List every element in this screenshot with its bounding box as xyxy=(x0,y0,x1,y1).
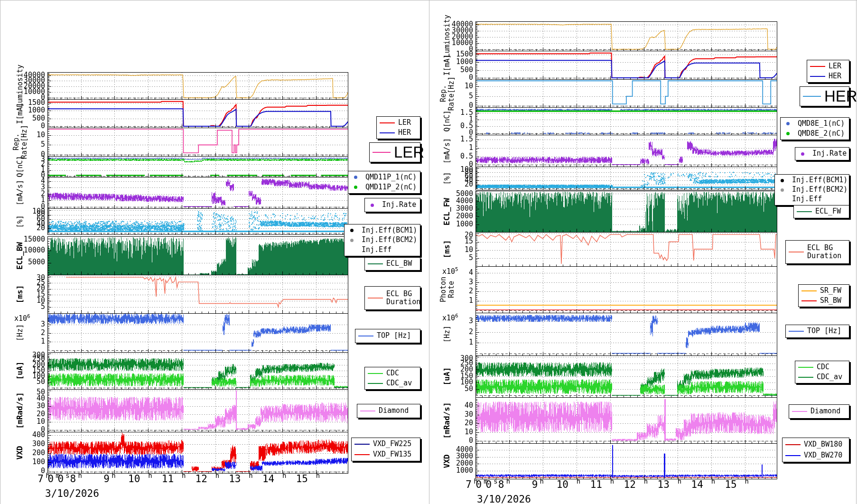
legend-entry: QMD8E_1(nC) xyxy=(783,119,846,129)
y-axis-label-ecl-bg: [ms] xyxy=(443,240,451,259)
legend-left-4: Inj.Eff(BCM1)Inj.Eff(BCM2)Inj.Eff xyxy=(344,224,420,256)
y-axis-label-vxd: VXD xyxy=(443,454,451,468)
legend-right-5: ECL_FW xyxy=(793,205,849,218)
legend-dot-marker xyxy=(801,152,804,156)
legend-label: Inj.Eff(BCM1) xyxy=(362,226,417,234)
legend-line-marker xyxy=(368,263,383,264)
legend-line-marker xyxy=(798,367,813,368)
legend-label: Inj.Eff xyxy=(792,195,822,203)
legend-entry: CDC xyxy=(798,362,846,372)
window-border-right xyxy=(856,0,857,504)
legend-line-marker xyxy=(801,300,817,301)
legend-left-10: VXD_FW225VXD_FW135 xyxy=(351,438,420,461)
legend-entry: TOP [Hz] xyxy=(789,326,846,336)
legend-entry: QMD11P_1(nC) xyxy=(351,172,417,182)
legend-entry: VXD_BW180 xyxy=(785,439,846,450)
legend-entry: LER xyxy=(810,61,846,71)
legend-left-5: ECL_BW xyxy=(364,257,420,271)
legend-line-marker xyxy=(354,454,370,455)
legend-entry: Inj.Eff(BCM1) xyxy=(347,225,417,235)
monitoring-dashboard: { "date_label": "3/10/2026", "chart_data… xyxy=(0,0,857,504)
legend-label: QMD8E_1(nC) xyxy=(798,120,845,128)
date-label-left: 3/10/2026 xyxy=(45,488,99,499)
legend-dot-marker xyxy=(781,188,784,192)
legend-label: VXD_BW180 xyxy=(804,440,842,448)
legend-right-8: TOP [Hz] xyxy=(785,325,849,338)
y-axis-label-inj-rate: [mA/s] xyxy=(443,138,451,163)
y-axis-label-ecl-bg: [ms] xyxy=(16,285,24,303)
legend-entry: Inj.Rate xyxy=(368,199,417,211)
legend-label: TOP [Hz] xyxy=(377,332,411,340)
legend-line-marker xyxy=(368,298,383,299)
legend-label: SR_BW xyxy=(820,297,841,305)
legend-right-6: ECL BG Duration xyxy=(785,240,849,264)
axis-scale-label-photon: x105 xyxy=(442,266,458,276)
legend-dot-marker xyxy=(781,179,784,182)
legend-line-marker xyxy=(380,122,395,123)
legend-right-11: VXD_BW180VXD_BW270 xyxy=(782,438,849,462)
legend-line-marker xyxy=(358,336,373,336)
legend-label: ECL_FW xyxy=(815,207,841,215)
y-axis-label-ecl: ECL_BW xyxy=(16,242,24,270)
legend-dot-marker xyxy=(371,204,374,207)
legend-entry: Inj.Eff xyxy=(778,195,846,204)
legend-dot-marker xyxy=(354,186,357,189)
legend-line-marker xyxy=(789,252,804,252)
legend-entry: ECL BG Duration xyxy=(789,242,846,262)
legend-line-marker xyxy=(792,411,807,412)
legend-line-marker xyxy=(368,373,383,374)
legend-left-0: LERHER xyxy=(376,116,420,139)
legend-entry: CDC_av xyxy=(368,378,417,388)
legend-right-7: SR_FWSR_BW xyxy=(798,284,849,307)
legend-dot-marker xyxy=(354,176,357,179)
legend-line-marker xyxy=(368,383,383,384)
legend-label: LER xyxy=(829,62,841,70)
y-axis-label-rep-rate: Rep. Rate[Hz] xyxy=(12,125,28,159)
window-border-top xyxy=(0,0,857,0)
strip-charts-canvas xyxy=(0,0,857,504)
legend-line-marker xyxy=(785,444,801,445)
y-axis-label-vxd: VXD xyxy=(16,446,24,459)
legend-entry: HER xyxy=(803,88,846,105)
legend-label: CDC_av xyxy=(817,373,842,381)
legend-line-marker xyxy=(785,455,801,456)
legend-label: VXD_BW270 xyxy=(804,451,842,459)
legend-entry: QMD11P_2(nC) xyxy=(351,182,417,192)
legend-label: TOP [Hz] xyxy=(807,327,841,335)
legend-line-marker xyxy=(789,331,804,332)
legend-entry: ECL_FW xyxy=(797,206,846,217)
legend-right-2: QMD8E_1(nC)QMD8E_2(nC) xyxy=(780,117,849,140)
legend-label: CDC_av xyxy=(386,379,412,387)
legend-label: CDC xyxy=(817,363,829,371)
legend-left-9: Diamond xyxy=(357,404,420,418)
legend-label: HER xyxy=(829,72,841,80)
legend-entry: SR_BW xyxy=(801,296,846,306)
legend-entry: Inj.Rate xyxy=(798,149,846,159)
y-axis-label-rep-rate: Rep. Rate[Hz] xyxy=(439,76,455,110)
legend-line-marker xyxy=(803,96,821,97)
legend-line-marker xyxy=(354,444,370,445)
legend-line-marker xyxy=(373,152,391,153)
y-axis-label-current: I[mA] xyxy=(443,54,451,75)
window-border-left xyxy=(0,0,0,504)
legend-label: QMD11P_2(nC) xyxy=(365,183,417,191)
legend-label: Diamond xyxy=(810,407,840,415)
legend-line-marker xyxy=(798,377,813,378)
date-label-right: 3/10/2026 xyxy=(477,494,531,504)
y-axis-label-inj-eff: [%] xyxy=(16,215,24,228)
legend-label: HER xyxy=(398,129,411,137)
legend-label: QMD8E_2(nC) xyxy=(798,130,845,138)
legend-label: Inj.Eff xyxy=(362,246,391,254)
legend-right-0: LERHER xyxy=(807,60,849,83)
y-axis-label-inj-rate: [mA/s] xyxy=(16,180,24,205)
legend-right-9: CDCCDC_av xyxy=(795,361,849,383)
legend-label: Inj.Rate xyxy=(812,149,847,158)
y-axis-label-diamond: [mRad/s] xyxy=(16,392,24,429)
y-axis-label-charge: Q[nC] xyxy=(16,156,24,177)
y-axis-label-current: I[mA] xyxy=(16,103,24,124)
legend-label: HER xyxy=(824,87,857,105)
y-axis-label-inj-eff: [%] xyxy=(443,172,451,185)
panel-divider xyxy=(429,0,429,504)
legend-label: VXD_FW225 xyxy=(373,440,411,448)
legend-label: Inj.Rate xyxy=(382,201,416,209)
